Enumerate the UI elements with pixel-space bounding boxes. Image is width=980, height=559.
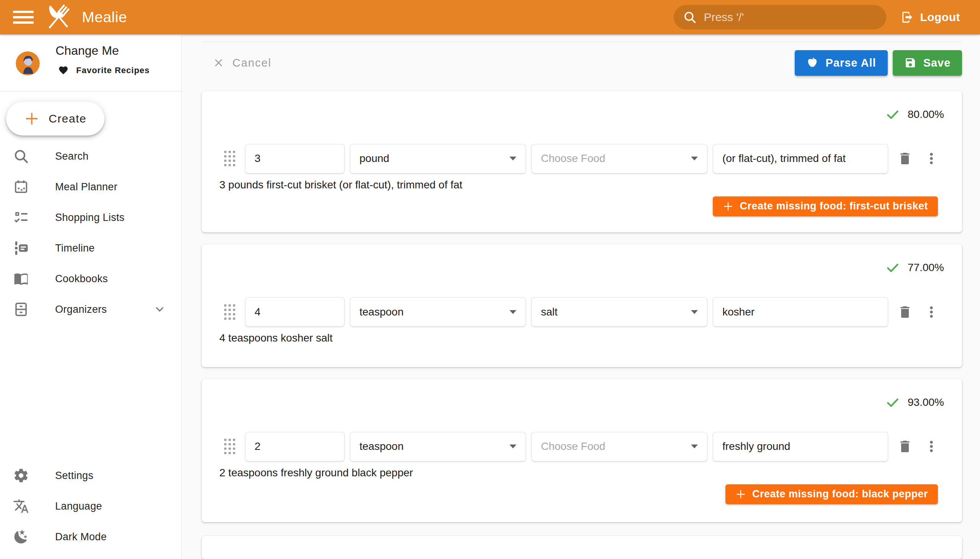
note-input[interactable] [722, 440, 879, 453]
logout-button[interactable]: Logout [901, 11, 960, 24]
dropdown-caret-icon [691, 157, 698, 160]
ingredient-menu-button[interactable] [924, 439, 939, 454]
food-select[interactable]: salt [531, 297, 707, 327]
sidebar-item-timeline[interactable]: Timeline [0, 233, 181, 263]
create-missing-food-button[interactable]: Create missing food: first-cut brisket [713, 197, 938, 216]
content-top-divider [202, 42, 962, 42]
plus-icon [735, 489, 746, 499]
drag-handle-icon[interactable] [224, 151, 235, 166]
check-icon [886, 260, 900, 275]
sidebar-item-label: Search [55, 150, 88, 162]
ingredient-fields-row: teaspoon Choose Food [202, 432, 962, 461]
ingredient-card-partial [202, 536, 962, 559]
delete-ingredient-button[interactable] [897, 439, 912, 454]
sidebar-item-meal-planner[interactable]: Meal Planner [0, 172, 181, 202]
ingredient-parser-main: Cancel Parse All Save 80.00% [182, 35, 980, 559]
user-name: Change Me [56, 44, 119, 58]
confidence-value: 80.00% [908, 108, 944, 121]
create-label: Create [49, 112, 86, 125]
sidebar-item-shopping-lists[interactable]: Shopping Lists [0, 202, 181, 233]
trash-icon [897, 151, 912, 166]
ingredient-card: 93.00% teaspoon Choose Food [202, 379, 962, 522]
book-open-icon [13, 271, 29, 287]
note-field[interactable] [713, 432, 888, 461]
sidebar-item-label: Cookbooks [55, 273, 108, 285]
quantity-input[interactable] [255, 152, 335, 165]
quantity-field[interactable] [245, 297, 345, 327]
app-title: Mealie [82, 9, 127, 26]
quantity-input[interactable] [255, 306, 335, 318]
unit-select[interactable]: teaspoon [350, 432, 526, 461]
dropdown-caret-icon [691, 310, 698, 314]
global-search[interactable] [674, 5, 886, 30]
save-button[interactable]: Save [893, 50, 962, 76]
cancel-label: Cancel [232, 57, 271, 69]
global-search-input[interactable] [704, 11, 877, 24]
confidence-value: 93.00% [908, 396, 944, 408]
sidebar-item-language[interactable]: Language [0, 491, 181, 521]
plus-icon [24, 111, 40, 126]
confidence-value: 77.00% [908, 261, 944, 274]
moon-stars-icon [13, 529, 29, 545]
sidebar-item-settings[interactable]: Settings [0, 460, 181, 491]
original-ingredient-text: 2 teaspoons freshly ground black pepper [219, 467, 962, 479]
note-input[interactable] [722, 306, 879, 318]
unit-select[interactable]: teaspoon [350, 297, 526, 327]
search-icon [13, 148, 29, 164]
note-input[interactable] [722, 152, 879, 165]
ingredient-menu-button[interactable] [924, 305, 939, 319]
ingredient-card: 77.00% teaspoon salt [202, 244, 962, 367]
sidebar-item-label: Dark Mode [55, 531, 107, 543]
cabinet-icon [13, 301, 29, 318]
sidebar-item-cookbooks[interactable]: Cookbooks [0, 263, 181, 294]
kebab-menu-icon [924, 151, 939, 166]
translate-icon [13, 498, 29, 514]
delete-ingredient-button[interactable] [897, 151, 912, 166]
favorite-recipes-link[interactable]: Favorite Recipes [58, 65, 150, 75]
create-missing-food-label: Create missing food: first-cut brisket [740, 200, 928, 212]
dropdown-caret-icon [509, 157, 516, 160]
parse-all-label: Parse All [825, 57, 876, 69]
trash-icon [897, 304, 912, 320]
sidebar: Change Me Favorite Recipes Create Search [0, 35, 182, 559]
sidebar-item-dark-mode[interactable]: Dark Mode [0, 521, 181, 552]
kebab-menu-icon [924, 305, 939, 319]
quantity-field[interactable] [245, 432, 345, 461]
drag-handle-icon[interactable] [224, 304, 235, 320]
food-select[interactable]: Choose Food [531, 432, 707, 461]
confidence-row: 93.00% [202, 379, 962, 410]
ingredient-card: 80.00% pound Choose Food [202, 91, 962, 232]
confidence-row: 77.00% [202, 244, 962, 276]
unit-select[interactable]: pound [350, 144, 526, 174]
food-select[interactable]: Choose Food [531, 144, 707, 174]
timeline-icon [13, 240, 29, 256]
hamburger-menu-icon[interactable] [13, 11, 34, 24]
note-field[interactable] [713, 144, 888, 174]
calendar-icon [13, 179, 29, 195]
sidebar-item-search[interactable]: Search [0, 141, 181, 172]
create-missing-food-button[interactable]: Create missing food: black pepper [725, 485, 938, 504]
sidebar-menu: Search Meal Planner Shopping Lists Timel… [0, 141, 181, 325]
save-icon [904, 57, 916, 69]
dropdown-caret-icon [691, 445, 698, 448]
sidebar-item-organizers[interactable]: Organizers [0, 294, 181, 325]
note-field[interactable] [713, 297, 888, 327]
original-ingredient-text: 4 teaspoons kosher salt [219, 332, 962, 344]
mealie-logo-utensils-icon [43, 2, 73, 32]
quantity-input[interactable] [255, 440, 335, 453]
logout-icon [901, 11, 914, 24]
sidebar-item-label: Meal Planner [55, 181, 117, 193]
plus-icon [723, 201, 734, 212]
ingredient-menu-button[interactable] [924, 151, 939, 166]
drag-handle-icon[interactable] [224, 439, 235, 454]
chevron-down-icon [154, 303, 166, 316]
cancel-button[interactable]: Cancel [212, 57, 271, 69]
sidebar-item-label: Organizers [55, 304, 107, 316]
quantity-field[interactable] [245, 144, 345, 174]
parse-all-button[interactable]: Parse All [795, 50, 888, 76]
avatar[interactable] [16, 51, 40, 75]
unit-value: teaspoon [359, 440, 403, 453]
ingredient-fields-row: teaspoon salt [202, 297, 962, 327]
delete-ingredient-button[interactable] [897, 304, 912, 320]
create-button[interactable]: Create [6, 102, 104, 136]
